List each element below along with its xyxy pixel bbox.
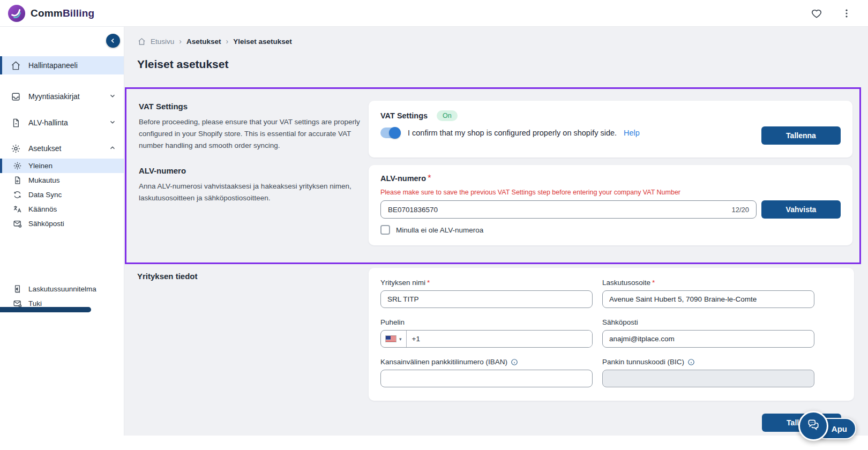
home-icon bbox=[11, 61, 21, 71]
sidebar-bottom-accent bbox=[0, 307, 91, 312]
company-section-heading: Yrityksen tiedot bbox=[137, 272, 198, 281]
translate-icon bbox=[13, 205, 22, 214]
char-counter: 12/20 bbox=[731, 206, 749, 214]
sidebar-item-label: Mukautus bbox=[28, 176, 60, 184]
kebab-menu-icon[interactable] bbox=[840, 7, 853, 20]
vat-section-text: Before proceeding, please ensure that yo… bbox=[139, 116, 364, 152]
breadcrumb-separator: › bbox=[226, 37, 228, 46]
breadcrumb-asetukset[interactable]: Asetukset bbox=[186, 38, 221, 46]
gear-icon bbox=[13, 161, 22, 170]
sidebar-item-alv-hallinta[interactable]: ALV-hallinta bbox=[0, 114, 124, 132]
us-flag-icon bbox=[385, 335, 396, 342]
email-label: Sähköposti bbox=[602, 318, 814, 326]
phone-label: Puhelin bbox=[380, 318, 593, 326]
sync-arrows-icon bbox=[13, 190, 22, 199]
alv-number-input[interactable] bbox=[388, 206, 727, 214]
no-vat-checkbox-label[interactable]: Minulla ei ole ALV-numeroa bbox=[396, 226, 483, 234]
sidebar-item-myyntiasiakirjat[interactable]: Myyntiasiakirjat bbox=[0, 87, 124, 106]
vat-confirm-label: I confirm that my shop is configured pro… bbox=[408, 129, 617, 137]
help-link[interactable]: Help bbox=[624, 129, 640, 137]
mail-gear-icon bbox=[13, 219, 22, 228]
alv-number-card: ALV-numero * Please make sure to save th… bbox=[369, 165, 852, 245]
breadcrumb-separator: › bbox=[179, 37, 182, 46]
sidebar-item-label: Hallintapaneeli bbox=[28, 61, 78, 70]
company-name-label: Yrityksen nimi* bbox=[380, 279, 593, 287]
brand-suffix: Billing bbox=[63, 8, 94, 19]
alv-field-label: ALV-numero bbox=[380, 174, 426, 183]
sidebar-item-label: Data Sync bbox=[28, 191, 62, 199]
alv-warning-text: Please make sure to save the previous VA… bbox=[380, 189, 680, 196]
vat-section-description: VAT Settings Before proceeding, please e… bbox=[139, 102, 364, 152]
email-input[interactable] bbox=[602, 330, 814, 348]
sidebar-item-data-sync[interactable]: Data Sync bbox=[0, 188, 124, 202]
info-circle-icon[interactable] bbox=[687, 358, 695, 366]
phone-input[interactable] bbox=[407, 331, 592, 347]
vat-card-title: VAT Settings bbox=[380, 111, 428, 120]
bic-input bbox=[602, 370, 814, 387]
chevron-up-icon bbox=[109, 144, 116, 153]
sidebar-item-yleinen[interactable]: Yleinen bbox=[0, 159, 124, 173]
vat-save-button[interactable]: Tallenna bbox=[761, 126, 841, 145]
alv-verify-button[interactable]: Vahvista bbox=[761, 200, 841, 219]
sidebar-item-label: Asetukset bbox=[28, 144, 61, 153]
brand-name: CommBilling bbox=[31, 8, 94, 19]
phone-input-wrap: ▾ bbox=[380, 330, 593, 348]
app-root: CommBilling Hallintapaneeli bbox=[0, 0, 868, 450]
chat-bubbles-icon bbox=[806, 418, 820, 434]
company-info-card: Yrityksen nimi* Laskutusosoite* Puhelin … bbox=[369, 268, 854, 401]
sidebar-item-label: ALV-hallinta bbox=[28, 118, 68, 127]
sidebar-item-sahkoposti[interactable]: Sähköposti bbox=[0, 216, 124, 231]
sidebar-item-kaannos[interactable]: Käännös bbox=[0, 202, 124, 216]
breadcrumb-home[interactable]: Etusivu bbox=[151, 38, 174, 46]
billing-address-label: Laskutusosoite* bbox=[602, 279, 814, 287]
chevron-down-icon bbox=[109, 92, 116, 101]
country-flag-dropdown[interactable]: ▾ bbox=[381, 331, 407, 347]
alv-section-description: ALV-numero Anna ALV-numerosi vahvistaaks… bbox=[139, 166, 364, 204]
vat-settings-card: VAT Settings On I confirm that my shop i… bbox=[369, 101, 852, 158]
company-name-input[interactable] bbox=[380, 290, 593, 308]
home-icon[interactable] bbox=[137, 37, 146, 46]
alv-number-input-wrap: 12/20 bbox=[380, 200, 757, 219]
sidebar-item-asetukset[interactable]: Asetukset bbox=[0, 139, 124, 158]
help-widget-label: Apu bbox=[832, 424, 847, 433]
sidebar-item-hallintapaneeli[interactable]: Hallintapaneeli bbox=[0, 56, 124, 74]
required-asterisk: * bbox=[428, 174, 431, 183]
alv-section-text: Anna ALV-numerosi vahvistaaksesi ja hake… bbox=[139, 181, 364, 204]
bic-label: Pankin tunnuskoodi (BIC) bbox=[602, 358, 814, 366]
sales-documents-icon bbox=[11, 92, 21, 102]
breadcrumb: Etusivu › Asetukset › Yleiset asetukset bbox=[137, 37, 292, 46]
sidebar-item-label: Sähköposti bbox=[28, 220, 64, 228]
chevron-left-icon bbox=[109, 37, 117, 44]
sidebar-item-label: Yleinen bbox=[28, 162, 53, 170]
no-vat-checkbox[interactable] bbox=[380, 225, 390, 235]
gear-icon bbox=[11, 144, 21, 154]
document-gear-icon bbox=[13, 176, 22, 185]
sidebar-nav: Hallintapaneeli Myyntiasiakirjat ALV-hal… bbox=[0, 56, 124, 335]
vat-confirm-toggle[interactable] bbox=[380, 128, 401, 138]
billing-address-input[interactable] bbox=[602, 290, 814, 308]
sidebar-item-label: Tuki bbox=[28, 299, 42, 308]
alv-section-heading: ALV-numero bbox=[139, 166, 364, 175]
caret-down-icon: ▾ bbox=[399, 336, 402, 342]
sidebar-item-mukautus[interactable]: Mukautus bbox=[0, 173, 124, 188]
topbar: CommBilling bbox=[0, 0, 868, 27]
sidebar-item-laskutussuunnitelma[interactable]: Laskutussuunnitelma bbox=[0, 282, 124, 296]
help-widget-button[interactable] bbox=[798, 411, 828, 441]
required-asterisk: * bbox=[427, 279, 430, 287]
vat-section-heading: VAT Settings bbox=[139, 102, 364, 111]
iban-label: Kansainvälinen pankkitilinumero (IBAN) bbox=[380, 358, 593, 366]
iban-input[interactable] bbox=[380, 370, 593, 387]
heart-icon[interactable] bbox=[810, 7, 823, 20]
sidebar-collapse-button[interactable] bbox=[106, 34, 120, 48]
page-title: Yleiset asetukset bbox=[137, 58, 228, 71]
topbar-actions bbox=[810, 7, 853, 20]
vat-highlight-outline: VAT Settings Before proceeding, please e… bbox=[125, 87, 861, 264]
vat-document-icon bbox=[11, 118, 21, 128]
sidebar: Hallintapaneeli Myyntiasiakirjat ALV-hal… bbox=[0, 27, 124, 436]
info-circle-icon[interactable] bbox=[511, 358, 518, 366]
sidebar-item-label: Myyntiasiakirjat bbox=[28, 92, 80, 101]
receipt-euro-icon bbox=[13, 284, 22, 294]
sidebar-item-label: Käännös bbox=[28, 205, 57, 213]
brand[interactable]: CommBilling bbox=[8, 4, 94, 22]
brand-prefix: Comm bbox=[31, 8, 63, 19]
